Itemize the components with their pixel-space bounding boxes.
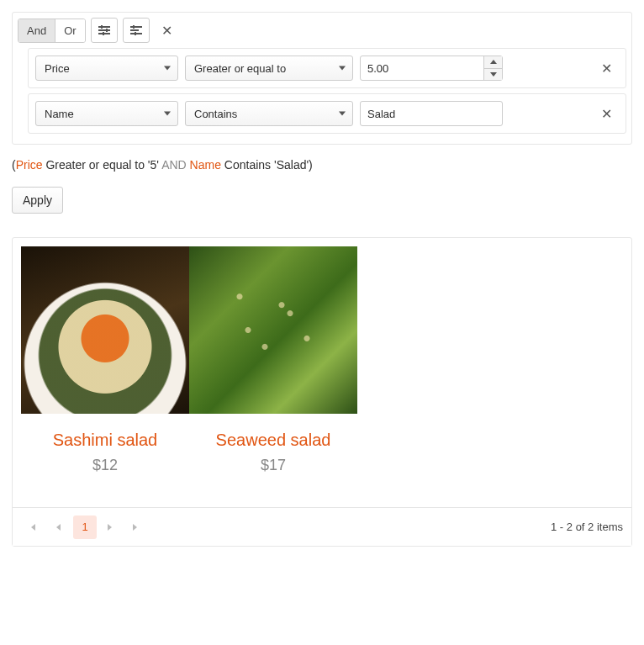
filter-toolbar: And Or ✕ [18,18,626,43]
operator-dropdown-label: Contains [194,108,237,120]
spinner-down-button[interactable] [483,68,502,81]
close-icon: ✕ [601,61,612,77]
pager-current-page[interactable]: 1 [73,515,97,539]
logic-and-button[interactable]: And [18,19,55,42]
result-title: Sashimi salad [21,431,189,450]
expr-logic: AND [161,158,187,172]
chevron-left-icon [54,522,62,532]
filter-rule-row: Price Greater or equal to ✕ [28,48,626,88]
chevron-down-icon [164,66,171,71]
chevron-right-icon [106,522,114,532]
filter-builder: And Or ✕ Price Greater or equal to [12,12,632,145]
last-page-icon [130,522,140,532]
remove-rule-button[interactable]: ✕ [594,56,619,81]
number-spinner [483,56,502,80]
operator-dropdown[interactable]: Contains [185,101,353,126]
close-icon: ✕ [161,23,172,39]
caret-down-icon [490,72,497,77]
results-scroll-area[interactable]: Sashimi salad $12 Seaweed salad $17 [13,238,631,507]
logic-or-button[interactable]: Or [55,19,84,42]
apply-button[interactable]: Apply [12,187,63,214]
pager-info: 1 - 2 of 2 items [551,521,623,533]
result-price: $17 [189,457,357,474]
pager-first-button[interactable] [21,515,45,539]
filter-rule-row: Name Contains ✕ [28,93,626,134]
add-group-button[interactable] [123,18,150,43]
value-number-wrap [360,56,503,81]
remove-rule-button[interactable]: ✕ [594,101,619,126]
logic-toggle: And Or [18,19,86,43]
result-card[interactable]: Sashimi salad $12 [21,246,189,483]
result-thumbnail [189,246,357,414]
field-dropdown[interactable]: Name [35,101,178,126]
result-card[interactable]: Seaweed salad $17 [189,246,357,483]
result-title: Seaweed salad [189,431,357,450]
chevron-down-icon [164,112,171,116]
expr-field: Price [16,158,43,172]
pager-last-button[interactable] [124,515,147,539]
expr-field: Name [190,158,221,172]
operator-dropdown[interactable]: Greater or equal to [185,56,353,81]
field-dropdown-label: Name [45,108,74,120]
spinner-up-button[interactable] [483,56,502,68]
chevron-down-icon [339,112,346,116]
pager-prev-button[interactable] [46,515,70,539]
chevron-down-icon [339,66,346,71]
value-text-input[interactable] [360,101,503,126]
result-thumbnail [21,246,189,414]
caret-up-icon [490,60,497,64]
sliders-nested-icon [130,25,142,35]
value-number-input[interactable] [360,56,503,81]
pager: 1 1 - 2 of 2 items [13,507,631,546]
clear-filter-button[interactable]: ✕ [155,18,180,43]
first-page-icon [28,522,38,532]
result-price: $12 [21,457,189,474]
field-dropdown-label: Price [45,62,70,75]
results-listview: Sashimi salad $12 Seaweed salad $17 1 1 … [12,237,632,547]
filter-expression-preview: (Price Greater or equal to '5' AND Name … [12,158,632,172]
close-icon: ✕ [601,106,612,122]
field-dropdown[interactable]: Price [35,56,178,81]
add-expression-button[interactable] [91,18,118,43]
pager-next-button[interactable] [98,515,122,539]
sliders-icon [98,25,110,35]
operator-dropdown-label: Greater or equal to [194,62,286,75]
